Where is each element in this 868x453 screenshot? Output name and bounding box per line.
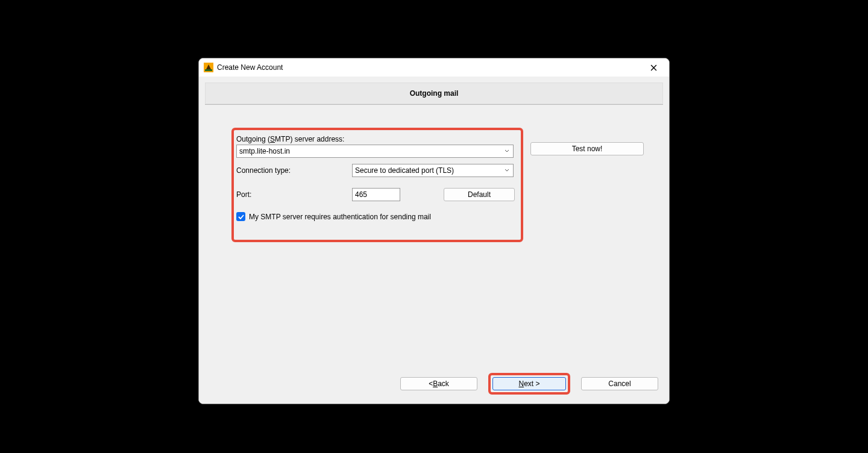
app-icon: [204, 63, 213, 72]
cancel-button[interactable]: Cancel: [581, 377, 658, 390]
form-body: Outgoing (SMTP) server address: smtp.lit…: [205, 105, 663, 370]
connection-type-value: Secure to dedicated port (TLS): [355, 166, 454, 175]
chevron-down-icon: [503, 149, 511, 153]
connection-type-select[interactable]: Secure to dedicated port (TLS): [352, 164, 514, 177]
test-now-button[interactable]: Test now!: [530, 142, 644, 155]
dialog-content: Outgoing mail Outgoing (SMTP) server add…: [199, 77, 669, 404]
default-port-button[interactable]: Default: [444, 188, 515, 201]
close-button[interactable]: [643, 59, 664, 76]
auth-required-label: My SMTP server requires authentication f…: [249, 213, 431, 221]
annotation-highlight-next: Next >: [488, 373, 570, 395]
titlebar: Create New Account: [199, 58, 669, 77]
auth-required-checkbox[interactable]: [236, 212, 245, 221]
dialog-window: Create New Account Outgoing mail Outgoin…: [198, 58, 670, 404]
next-button[interactable]: Next >: [492, 377, 566, 390]
close-icon: [650, 64, 657, 71]
section-header: Outgoing mail: [205, 83, 663, 104]
section-title: Outgoing mail: [410, 89, 459, 98]
dialog-footer: < Back Next > Cancel: [205, 370, 663, 398]
port-input[interactable]: [352, 188, 400, 201]
port-label: Port:: [236, 190, 352, 199]
smtp-server-label: Outgoing (SMTP) server address:: [236, 135, 520, 143]
back-button[interactable]: < Back: [400, 377, 477, 390]
connection-type-label: Connection type:: [236, 166, 352, 175]
smtp-server-value: smtp.lite-host.in: [239, 147, 290, 155]
window-title: Create New Account: [217, 63, 283, 72]
chevron-down-icon: [503, 169, 511, 172]
checkmark-icon: [238, 214, 244, 219]
smtp-server-input[interactable]: smtp.lite-host.in: [236, 145, 514, 158]
svg-rect-2: [205, 69, 212, 71]
